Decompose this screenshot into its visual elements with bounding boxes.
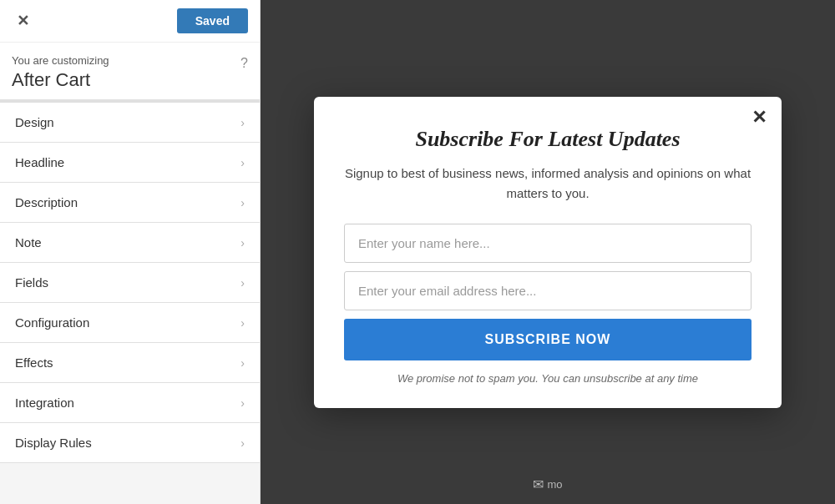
nav-item-label: Display Rules xyxy=(15,436,92,450)
chevron-right-icon: › xyxy=(240,436,245,450)
preview-area: ✕ Subscribe For Latest Updates Signup to… xyxy=(261,0,835,504)
sidebar-item-effects[interactable]: Effects› xyxy=(0,343,260,383)
sidebar-item-fields[interactable]: Fields› xyxy=(0,263,260,303)
sidebar-item-note[interactable]: Note› xyxy=(0,223,260,263)
email-input[interactable] xyxy=(344,271,752,310)
momo-logo: ✉ mo xyxy=(533,476,562,492)
help-icon[interactable]: ? xyxy=(240,56,248,71)
nav-item-label: Description xyxy=(15,195,78,209)
modal-close-button[interactable]: ✕ xyxy=(752,108,767,127)
customizing-label: You are customizing xyxy=(12,54,109,67)
modal-title: Subscribe For Latest Updates xyxy=(344,127,752,152)
name-input[interactable] xyxy=(344,224,752,263)
sidebar-item-configuration[interactable]: Configuration› xyxy=(0,303,260,343)
chevron-right-icon: › xyxy=(240,396,245,410)
modal-description: Signup to best of business news, informe… xyxy=(344,164,752,204)
chevron-right-icon: › xyxy=(240,276,245,290)
chevron-right-icon: › xyxy=(240,116,245,129)
chevron-right-icon: › xyxy=(240,196,245,209)
sidebar-item-display-rules[interactable]: Display Rules› xyxy=(0,423,260,463)
nav-item-label: Note xyxy=(15,235,42,249)
chevron-right-icon: › xyxy=(240,316,245,330)
sidebar-item-integration[interactable]: Integration› xyxy=(0,383,260,423)
customizing-section: You are customizing After Cart ? xyxy=(0,43,260,102)
nav-item-label: Effects xyxy=(15,355,53,370)
modal: ✕ Subscribe For Latest Updates Signup to… xyxy=(314,97,782,408)
nav-item-label: Integration xyxy=(15,396,74,410)
sidebar-header: ✕ Saved You are customizing After Cart ? xyxy=(0,0,260,103)
modal-footer-text: We promise not to spam you. You can unsu… xyxy=(344,372,752,385)
customizing-title: After Cart xyxy=(12,69,109,91)
close-button[interactable]: ✕ xyxy=(12,10,34,32)
sidebar: ✕ Saved You are customizing After Cart ?… xyxy=(0,0,261,504)
top-bar: ✕ Saved xyxy=(0,0,260,43)
saved-button[interactable]: Saved xyxy=(177,8,248,33)
nav-item-label: Design xyxy=(15,115,54,129)
customizing-text: You are customizing After Cart xyxy=(12,54,109,91)
subscribe-button[interactable]: SUBSCRIBE NOW xyxy=(344,319,752,360)
momo-text: mo xyxy=(547,478,562,491)
chevron-right-icon: › xyxy=(240,156,245,169)
momo-icon: ✉ xyxy=(533,476,544,492)
chevron-right-icon: › xyxy=(240,236,245,249)
nav-item-label: Headline xyxy=(15,155,64,169)
sidebar-item-design[interactable]: Design› xyxy=(0,103,260,143)
sidebar-item-description[interactable]: Description› xyxy=(0,183,260,223)
chevron-right-icon: › xyxy=(240,356,245,370)
sidebar-item-headline[interactable]: Headline› xyxy=(0,143,260,183)
nav-list: Design›Headline›Description›Note›Fields›… xyxy=(0,103,260,504)
nav-item-label: Fields xyxy=(15,275,48,290)
nav-item-label: Configuration xyxy=(15,315,89,330)
